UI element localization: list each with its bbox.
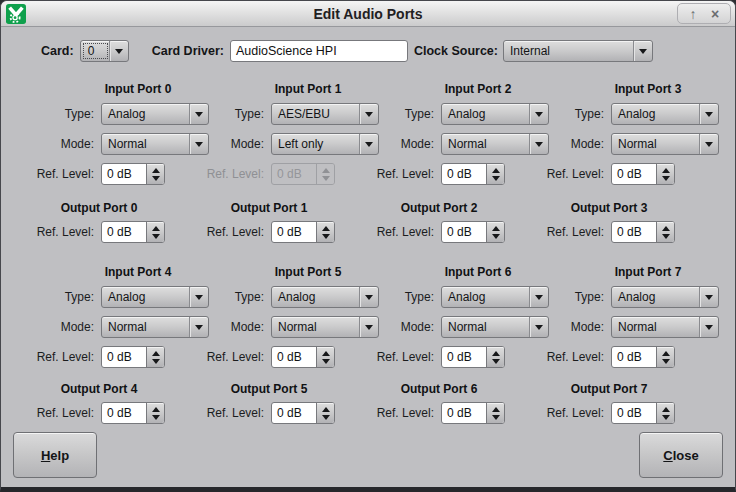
type-label: Type:: [351, 107, 441, 121]
type-row: Type: Analog: [181, 286, 379, 308]
ref-level-row: Ref. Level: 0 dB: [521, 402, 719, 424]
spinner-buttons[interactable]: [316, 403, 334, 423]
spin-up-icon: [492, 226, 500, 231]
spinner-buttons[interactable]: [316, 222, 334, 242]
type-row: Type: Analog: [521, 286, 719, 308]
type-label: Type:: [181, 290, 271, 304]
ref-level-label: Ref. Level:: [351, 167, 441, 181]
combo-value: Internal: [504, 41, 633, 61]
input-port-3-panel: Input Port 3 Type: Analog Mode: Normal R…: [521, 82, 719, 193]
ref-level-label: Ref. Level:: [521, 225, 611, 239]
input-port-4-ref-level-spinbox[interactable]: 0 dB: [101, 346, 165, 368]
spin-up-icon: [152, 168, 160, 173]
output-port-5-ref-level-spinbox[interactable]: 0 dB: [271, 402, 335, 424]
ref-level-row: Ref. Level: 0 dB: [11, 163, 209, 185]
spinner-buttons[interactable]: [146, 403, 164, 423]
mode-label: Mode:: [351, 137, 441, 151]
input-port-2-panel: Input Port 2 Type: Analog Mode: Normal R…: [351, 82, 549, 193]
output-port-2-ref-level-spinbox[interactable]: 0 dB: [441, 221, 505, 243]
spinner-buttons[interactable]: [486, 403, 504, 423]
input-port-7-panel: Input Port 7 Type: Analog Mode: Normal R…: [521, 265, 719, 376]
spin-down-icon: [322, 176, 330, 181]
output-port-7-ref-level-spinbox[interactable]: 0 dB: [611, 402, 675, 424]
chevron-down-icon: [109, 41, 128, 61]
spinner-buttons[interactable]: [656, 347, 674, 367]
spin-value: 0 dB: [272, 403, 316, 423]
input-port-5-ref-level-spinbox[interactable]: 0 dB: [271, 346, 335, 368]
ref-level-label: Ref. Level:: [521, 167, 611, 181]
combo-value: Normal: [442, 134, 529, 154]
input-port-3-ref-level-spinbox[interactable]: 0 dB: [611, 163, 675, 185]
spinner-buttons[interactable]: [656, 222, 674, 242]
port-title: Output Port 3: [521, 201, 697, 216]
port-title: Output Port 1: [181, 201, 357, 216]
card-row: Card: 0 Card Driver: AudioScience HPI Cl…: [41, 40, 735, 62]
output-port-0-panel: Output Port 0 Ref. Level: 0 dB: [11, 201, 209, 251]
card-combo[interactable]: 0: [80, 40, 129, 62]
output-port-3-panel: Output Port 3 Ref. Level: 0 dB: [521, 201, 719, 251]
combo-value: Analog: [102, 287, 189, 307]
combo-value: Analog: [442, 287, 529, 307]
spin-up-icon: [322, 226, 330, 231]
output-port-1-ref-level-spinbox[interactable]: 0 dB: [271, 221, 335, 243]
spin-down-icon: [662, 415, 670, 420]
combo-value: Analog: [612, 287, 699, 307]
spin-value: 0 dB: [442, 164, 486, 184]
window-title: Edit Audio Ports: [1, 1, 735, 27]
ref-level-row: Ref. Level: 0 dB: [521, 346, 719, 368]
input-port-6-ref-level-spinbox[interactable]: 0 dB: [441, 346, 505, 368]
card-driver-field[interactable]: AudioScience HPI: [230, 40, 408, 62]
port-title: Input Port 4: [81, 265, 195, 280]
input-port-4-panel: Input Port 4 Type: Analog Mode: Normal R…: [11, 265, 209, 376]
input-port-7-mode-combo[interactable]: Normal: [611, 316, 719, 338]
spinner-buttons[interactable]: [486, 222, 504, 242]
ref-level-row: Ref. Level: 0 dB: [181, 221, 379, 243]
mode-label: Mode:: [11, 137, 101, 151]
spinner-buttons[interactable]: [656, 403, 674, 423]
spinner-buttons[interactable]: [146, 222, 164, 242]
combo-value: Normal: [612, 134, 699, 154]
ref-level-label: Ref. Level:: [351, 406, 441, 420]
spinner-buttons[interactable]: [146, 347, 164, 367]
spin-down-icon: [152, 359, 160, 364]
type-label: Type:: [181, 107, 271, 121]
spin-value: 0 dB: [442, 403, 486, 423]
spinner-buttons[interactable]: [486, 164, 504, 184]
input-port-3-mode-combo[interactable]: Normal: [611, 133, 719, 155]
output-port-4-panel: Output Port 4 Ref. Level: 0 dB: [11, 382, 209, 432]
spinner-buttons[interactable]: [656, 164, 674, 184]
dialog-footer: Help Close: [13, 432, 723, 478]
mode-row: Mode: Normal: [521, 133, 719, 155]
input-port-2-ref-level-spinbox[interactable]: 0 dB: [441, 163, 505, 185]
spinner-buttons[interactable]: [146, 164, 164, 184]
spinner-buttons[interactable]: [486, 347, 504, 367]
input-port-3-type-combo[interactable]: Analog: [611, 103, 719, 125]
clock-source-combo[interactable]: Internal: [503, 40, 653, 62]
input-port-0-ref-level-spinbox[interactable]: 0 dB: [101, 163, 165, 185]
combo-value: Left only: [272, 134, 359, 154]
output-port-3-ref-level-spinbox[interactable]: 0 dB: [611, 221, 675, 243]
shade-button[interactable]: ↑: [684, 5, 702, 23]
output-port-4-ref-level-spinbox[interactable]: 0 dB: [101, 402, 165, 424]
mode-label: Mode:: [521, 320, 611, 334]
mode-row: Mode: Normal: [351, 316, 549, 338]
spin-value: 0 dB: [102, 347, 146, 367]
close-button[interactable]: Close: [639, 432, 723, 478]
spin-value: 0 dB: [612, 403, 656, 423]
output-port-0-ref-level-spinbox[interactable]: 0 dB: [101, 221, 165, 243]
spin-down-icon: [152, 176, 160, 181]
spin-up-icon: [152, 226, 160, 231]
output-port-6-ref-level-spinbox[interactable]: 0 dB: [441, 402, 505, 424]
input-ports-4-7-section: Input Port 4 Type: Analog Mode: Normal R…: [1, 265, 735, 376]
spinner-buttons[interactable]: [316, 347, 334, 367]
output-ports-0-3-section: Output Port 0 Ref. Level: 0 dB Output Po…: [1, 201, 735, 251]
spin-value: 0 dB: [442, 222, 486, 242]
input-port-7-ref-level-spinbox[interactable]: 0 dB: [611, 346, 675, 368]
input-port-7-type-combo[interactable]: Analog: [611, 286, 719, 308]
close-window-button[interactable]: ×: [706, 5, 724, 23]
spin-down-icon: [662, 234, 670, 239]
mode-row: Mode: Normal: [351, 133, 549, 155]
ref-level-label: Ref. Level:: [521, 350, 611, 364]
combo-value: Analog: [442, 104, 529, 124]
help-button[interactable]: Help: [13, 432, 97, 478]
